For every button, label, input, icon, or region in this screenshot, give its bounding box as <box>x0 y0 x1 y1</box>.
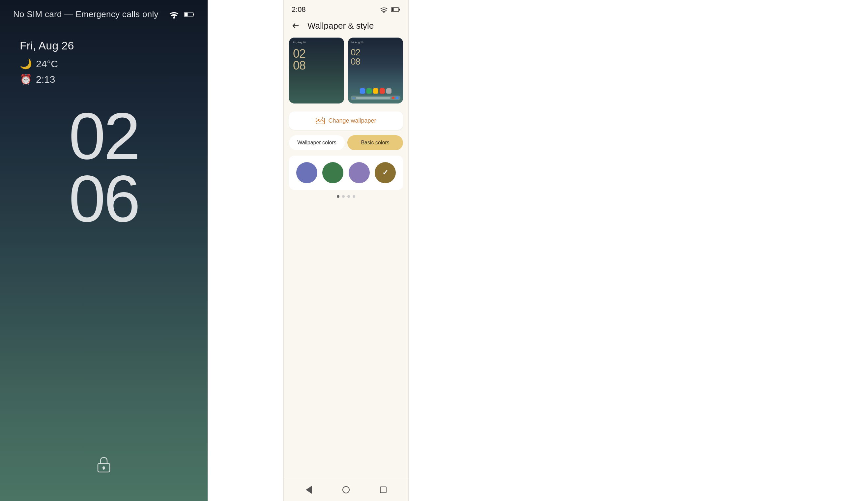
right-panel-title: Wallpaper & style <box>308 21 374 31</box>
nav-back-button[interactable] <box>301 481 317 498</box>
svg-point-12 <box>318 119 320 121</box>
wp-search-bar: G <box>351 96 400 100</box>
bottom-nav <box>284 478 408 501</box>
padlock-svg <box>97 456 111 473</box>
nav-recents-button[interactable] <box>375 481 392 498</box>
wp-phone-icon <box>360 88 365 94</box>
lock-time: 02 06 <box>0 85 207 230</box>
dot-4 <box>353 195 355 198</box>
tab-basic-colors[interactable]: Basic colors <box>347 135 403 150</box>
nav-home-button[interactable] <box>338 481 354 498</box>
lock-status-bar: No SIM card — Emergency calls only <box>0 0 207 20</box>
svg-point-7 <box>383 12 385 13</box>
wp-lock-date: Fri, Aug 26 <box>293 41 340 44</box>
wp-lock-time: 02 08 <box>293 48 340 72</box>
lock-clock-minute: 06 <box>69 168 139 230</box>
lock-weather: 🌙 24°C <box>20 58 188 70</box>
color-swatch-lavender[interactable] <box>349 162 370 183</box>
alarm-icon: ⏰ <box>20 74 32 85</box>
back-button[interactable] <box>289 19 302 32</box>
color-swatch-green[interactable] <box>322 162 343 183</box>
wp-home-hour: 02 <box>351 48 400 57</box>
wp-home-date: Fri, Aug 26 <box>351 41 400 44</box>
wp-home-time: 02 08 <box>351 48 400 66</box>
lock-bottom[interactable] <box>94 455 114 475</box>
right-header: Wallpaper & style <box>284 17 408 38</box>
color-swatch-blue-purple[interactable] <box>296 162 317 183</box>
back-arrow-icon <box>291 22 300 30</box>
battery-icon <box>184 12 194 18</box>
recents-nav-icon <box>380 487 387 493</box>
wifi-icon <box>168 10 180 19</box>
lock-screen-panel: No SIM card — Emergency calls only Fri, … <box>0 0 207 501</box>
change-wallpaper-section: Change wallpaper <box>284 109 408 135</box>
svg-rect-10 <box>392 8 394 11</box>
svg-rect-9 <box>399 9 400 11</box>
lock-clock-hour: 02 <box>69 105 139 168</box>
selected-check: ✓ <box>382 168 388 177</box>
back-nav-icon <box>306 486 312 494</box>
wp-home-app-icons <box>351 88 400 94</box>
pagination-dots <box>284 195 408 198</box>
svg-point-0 <box>173 17 175 19</box>
wp-search-fill <box>356 97 390 99</box>
svg-rect-2 <box>193 13 194 15</box>
lock-date: Fri, Aug 26 <box>20 39 188 52</box>
lock-alarm: ⏰ 2:13 <box>20 74 188 85</box>
lock-info: Fri, Aug 26 🌙 24°C ⏰ 2:13 <box>0 20 207 85</box>
color-swatches: ✓ <box>296 162 396 183</box>
wp-lock-hour: 02 <box>293 48 340 60</box>
lock-status-icons <box>168 10 194 19</box>
right-status-icons <box>379 6 400 13</box>
wp-messages-icon <box>366 88 372 94</box>
lock-status-text: No SIM card — Emergency calls only <box>13 9 159 20</box>
wallpaper-previews: Fri, Aug 26 02 08 Fri, Aug 26 02 08 <box>284 38 408 109</box>
home-screen-preview[interactable]: Fri, Aug 26 02 08 G <box>348 38 403 104</box>
tab-wallpaper-colors[interactable]: Wallpaper colors <box>289 135 345 150</box>
right-status-bar: 2:08 <box>284 0 408 17</box>
change-wallpaper-label: Change wallpaper <box>328 117 376 124</box>
wp-chrome-icon <box>379 88 385 94</box>
temperature: 24°C <box>36 58 58 70</box>
right-white-area <box>409 0 868 501</box>
wallpaper-settings-panel: 2:08 Wallpaper & style <box>283 0 409 501</box>
lock-screen-preview[interactable]: Fri, Aug 26 02 08 <box>289 38 344 104</box>
change-wallpaper-icon <box>316 117 325 125</box>
dot-1 <box>337 195 340 198</box>
svg-rect-3 <box>184 12 188 16</box>
svg-rect-6 <box>104 468 105 470</box>
color-swatch-olive[interactable]: ✓ <box>375 162 396 183</box>
wp-google-g: G <box>353 97 355 99</box>
wp-lens-icon <box>396 97 398 99</box>
wp-camera-icon <box>386 88 392 94</box>
dot-3 <box>347 195 350 198</box>
change-wallpaper-button[interactable]: Change wallpaper <box>289 111 403 130</box>
wifi-icon-right <box>379 6 388 13</box>
dot-2 <box>342 195 345 198</box>
alarm-time: 2:13 <box>36 74 55 85</box>
color-tabs: Wallpaper colors Basic colors <box>289 135 403 150</box>
right-status-time: 2:08 <box>292 5 306 14</box>
wp-play-icon <box>373 88 378 94</box>
color-swatches-container: ✓ <box>289 156 403 190</box>
home-nav-icon <box>342 486 350 493</box>
panel-gap <box>207 0 283 501</box>
wp-home-minute: 08 <box>351 57 400 66</box>
wp-lock-minute: 08 <box>293 60 340 72</box>
lock-icon[interactable] <box>94 455 114 475</box>
moon-icon: 🌙 <box>20 58 32 70</box>
wp-mic-icon <box>392 97 395 99</box>
battery-icon-right <box>391 7 400 12</box>
